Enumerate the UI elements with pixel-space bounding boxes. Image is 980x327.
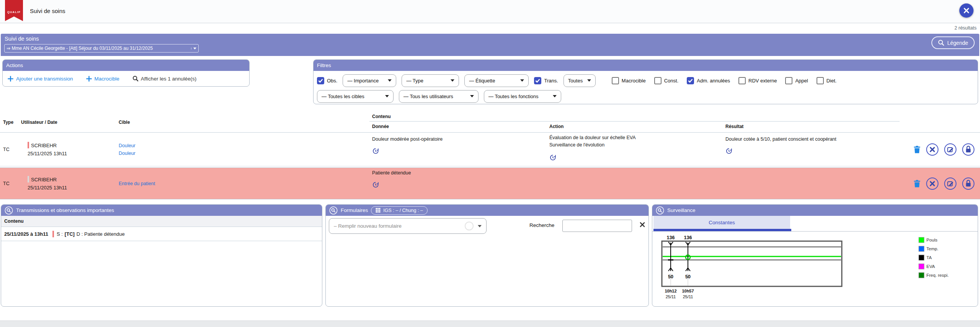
ta-systolic-label: 136 [667,235,675,240]
add-macrocible-button[interactable]: Macrocible [86,76,119,82]
action-text: Surveillance de l'évolution [549,142,718,148]
column-header-type: Type [3,120,13,125]
new-form-dropdown[interactable]: – Remplir nouveau formulaire [329,218,487,234]
chevron-down-icon [191,48,196,49]
donnee-text: Douleur modérée post-opératoire [372,136,541,142]
results-count: 2 résultats [954,25,977,31]
filter-diet-checkbox[interactable]: Diet. [817,77,837,84]
filter-macrocible-label: Macrocible [622,78,646,84]
legend-label: EVA [926,264,935,269]
search-circle-icon [329,206,338,215]
search-input[interactable] [562,220,632,232]
entry-datetime: 25/11/2025 à 13h11 [4,231,48,237]
patient-stay-select[interactable]: ⇒ Mme AN Cécile Georgette - [Att] Séjour… [4,44,199,53]
close-window-button[interactable] [959,3,973,18]
legend-label: TA [926,255,932,260]
footer-strip [0,320,980,327]
chevron-down-icon [470,95,474,97]
ta-systolic-label: 136 [684,235,692,240]
transmissions-panel: Transmissions et observations importante… [1,204,322,307]
legend-swatch-eva [919,264,924,269]
legend-swatch-freq-respi [919,273,924,278]
checkbox-checked-icon [534,77,541,84]
patient-stay-value: ⇒ Mme AN Cécile Georgette - [Att] Séjour… [7,46,189,51]
add-macrocible-label: Macrocible [95,76,119,82]
transmissions-column-header: Contenu [1,216,322,227]
row-user: SCRIBEHR [31,177,57,182]
chart-legend: Pouls Temp. TA EVA Freq. respi. [919,237,949,278]
row-status-marker [28,176,29,182]
checkbox-unchecked-icon [612,77,619,84]
edit-button[interactable] [944,177,957,190]
cible-link[interactable]: Douleur [119,143,136,148]
transmission-entry[interactable]: 25/11/2025 à 13h11 S : [TC] D : Patiente… [1,227,322,241]
filter-adm-annulees-checkbox[interactable]: Adm. annulées [687,77,730,84]
legend-swatch-temp [919,246,924,251]
importance-dropdown[interactable]: — Importance [343,74,396,87]
legend-label: Freq. respi. [926,273,949,278]
x-tick-time: 10h12 [665,289,676,293]
lock-button[interactable] [962,177,975,190]
row-type: TC [3,168,10,199]
filter-appel-checkbox[interactable]: Appel [785,77,808,84]
filter-obs-checkbox[interactable]: Obs. [317,77,337,84]
checkbox-checked-icon [317,77,324,84]
row-cibles: Entrée du patient [119,181,155,186]
cible-link[interactable]: Douleur [119,151,136,156]
add-transmission-button[interactable]: Ajouter une transmission [8,76,73,82]
ta-diastolic-label: 50 [668,274,673,279]
qualif-logo-label: QUALIF [5,10,23,14]
cibles-dropdown[interactable]: — Toutes les cibles [317,90,394,103]
actions-body: Ajouter une transmission Macrocible Affi… [3,71,249,86]
filter-trans-checkbox[interactable]: Trans. [534,77,558,84]
constantes-chart[interactable]: 136 136 50 50 10h12 10h57 25/11 25/11 Po… [655,225,975,301]
fonctions-dropdown[interactable]: — Toutes les fonctions [484,90,561,103]
transmissions-panel-header: Transmissions et observations importante… [1,205,322,216]
filter-obs-label: Obs. [327,78,337,84]
lock-button[interactable] [962,143,975,156]
divider [369,121,900,122]
show-cancelled-button[interactable]: Afficher les 1 annulée(s) [132,76,196,82]
row-action-buttons [913,143,975,156]
filter-rdv-externe-checkbox[interactable]: RDV externe [738,77,777,84]
filter-appel-label: Appel [795,78,808,84]
chevron-down-icon [388,79,392,82]
history-icon[interactable] [725,148,732,154]
edit-button[interactable] [944,143,957,156]
filter-const-checkbox[interactable]: Const. [654,77,679,84]
grid-icon [376,208,381,213]
x-tick-date: 25/11 [683,294,693,299]
filter-macrocible-checkbox[interactable]: Macrocible [612,77,646,84]
clear-search-button[interactable] [640,222,645,229]
history-icon[interactable] [372,181,379,188]
delete-button[interactable] [913,145,921,153]
cancel-button[interactable] [926,143,939,156]
search-icon [938,39,944,46]
legend-swatch-pouls [919,237,924,243]
history-icon[interactable] [549,154,556,161]
actions-panel-header: Actions [3,60,249,71]
cible-link[interactable]: Entrée du patient [119,181,155,186]
chevron-down-icon [587,79,591,82]
legende-button[interactable]: Légende [931,36,975,49]
chevron-down-icon [478,225,482,227]
utilisateurs-dropdown[interactable]: — Tous les utilisateurs [399,90,479,103]
column-header-resultat: Résultat [725,124,743,129]
trans-scope-dropdown[interactable]: Toutes [564,74,596,87]
cancel-button[interactable] [926,177,939,190]
type-dropdown[interactable]: — Type [402,74,459,87]
scores-badge[interactable]: IGS : – / Chung : – [371,206,428,215]
checkbox-unchecked-icon [817,77,824,84]
history-icon[interactable] [372,148,379,154]
spinner-circle-icon [465,222,474,230]
row-cibles: Douleur Douleur [119,143,136,156]
entry-text: D : Patiente détendue [77,231,125,237]
entry-type-tag: [TC] [65,231,75,237]
chart-frame [662,241,842,286]
etiquette-dropdown[interactable]: — Étiquette [464,74,529,87]
donnee-text: Patiente détendue [372,170,541,176]
delete-button[interactable] [913,179,921,187]
action-text: Évaluation de la douleur sur échelle EVA [549,135,718,140]
actions-title: Actions [6,62,23,68]
search-label: Recherche [529,222,554,228]
